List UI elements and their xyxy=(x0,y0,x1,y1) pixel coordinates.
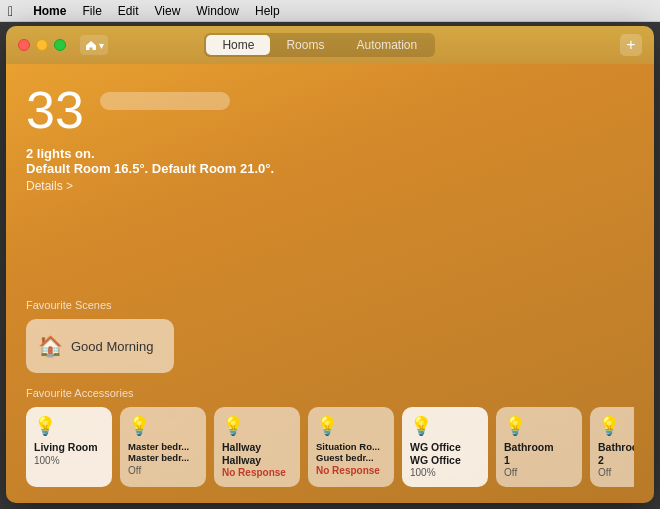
bulb-icon: 💡 xyxy=(598,415,634,437)
accessory-master-bedr[interactable]: 💡 Master bedr...Master bedr... Off xyxy=(120,407,206,487)
home-icon-button[interactable]: ▾ xyxy=(80,35,108,55)
acc-status: No Response xyxy=(316,465,386,476)
menu-help[interactable]: Help xyxy=(255,4,280,18)
accessory-bathroom-1[interactable]: 💡 Bathroom1 Off xyxy=(496,407,582,487)
weather-section: 33 xyxy=(26,84,634,136)
close-button[interactable] xyxy=(18,39,30,51)
bulb-icon: 💡 xyxy=(34,415,104,437)
acc-status: 100% xyxy=(34,455,104,466)
status-info: 2 lights on. Default Room 16.5°. Default… xyxy=(26,146,634,194)
weather-bar xyxy=(100,92,230,110)
scenes-row: 🏠 Good Morning xyxy=(26,319,634,373)
acc-status: Off xyxy=(504,467,574,478)
temp-status: Default Room 16.5°. Default Room 21.0°. xyxy=(26,161,634,176)
accessory-situation-ro[interactable]: 💡 Situation Ro...Guest bedr... No Respon… xyxy=(308,407,394,487)
scene-good-morning[interactable]: 🏠 Good Morning xyxy=(26,319,174,373)
accessory-bathroom-2[interactable]: 💡 Bathroom2 Off xyxy=(590,407,634,487)
temperature-display: 33 xyxy=(26,84,84,136)
acc-name: Bathroom1 xyxy=(504,441,574,466)
acc-status: No Response xyxy=(222,467,292,478)
menu-view[interactable]: View xyxy=(155,4,181,18)
acc-name: HallwayHallway xyxy=(222,441,292,466)
scene-name: Good Morning xyxy=(71,339,153,354)
menu-edit[interactable]: Edit xyxy=(118,4,139,18)
details-link[interactable]: Details > xyxy=(26,179,73,193)
menu-home[interactable]: Home xyxy=(33,4,66,18)
accessories-row: 💡 Living Room 100% 💡 Master bedr...Maste… xyxy=(26,407,634,487)
bulb-icon: 💡 xyxy=(316,415,386,437)
acc-name: WG OfficeWG Office xyxy=(410,441,480,466)
scene-icon: 🏠 xyxy=(38,334,63,358)
accessory-hallway[interactable]: 💡 HallwayHallway No Response xyxy=(214,407,300,487)
tab-rooms[interactable]: Rooms xyxy=(270,35,340,55)
acc-status: 100% xyxy=(410,467,480,478)
scenes-label: Favourite Scenes xyxy=(26,299,634,311)
bulb-icon: 💡 xyxy=(504,415,574,437)
lights-status: 2 lights on. xyxy=(26,146,634,161)
apple-menu[interactable]:  xyxy=(8,3,13,19)
favourite-accessories-section: Favourite Accessories 💡 Living Room 100%… xyxy=(26,387,634,487)
menu-file[interactable]: File xyxy=(82,4,101,18)
accessory-wg-office[interactable]: 💡 WG OfficeWG Office 100% xyxy=(402,407,488,487)
add-button[interactable]: + xyxy=(620,34,642,56)
traffic-lights xyxy=(18,39,66,51)
minimize-button[interactable] xyxy=(36,39,48,51)
main-content: 33 2 lights on. Default Room 16.5°. Defa… xyxy=(6,64,654,503)
acc-status: Off xyxy=(598,467,634,478)
app-window: ▾ Home Rooms Automation + 33 2 lights on… xyxy=(6,26,654,503)
menu-window[interactable]: Window xyxy=(196,4,239,18)
menubar:  Home File Edit View Window Help xyxy=(0,0,660,22)
acc-name: Bathroom2 xyxy=(598,441,634,466)
tab-automation[interactable]: Automation xyxy=(340,35,433,55)
accessories-label: Favourite Accessories xyxy=(26,387,634,399)
acc-status: Off xyxy=(128,465,198,476)
bulb-icon: 💡 xyxy=(128,415,198,437)
accessory-living-room[interactable]: 💡 Living Room 100% xyxy=(26,407,112,487)
acc-name: Situation Ro...Guest bedr... xyxy=(316,441,386,464)
tab-home[interactable]: Home xyxy=(206,35,270,55)
tab-group: Home Rooms Automation xyxy=(204,33,435,57)
acc-name: Living Room xyxy=(34,441,104,454)
bulb-icon: 💡 xyxy=(222,415,292,437)
acc-name: Master bedr...Master bedr... xyxy=(128,441,198,464)
favourite-scenes-section: Favourite Scenes 🏠 Good Morning xyxy=(26,299,634,387)
bulb-icon: 💡 xyxy=(410,415,480,437)
titlebar: ▾ Home Rooms Automation + xyxy=(6,26,654,64)
maximize-button[interactable] xyxy=(54,39,66,51)
